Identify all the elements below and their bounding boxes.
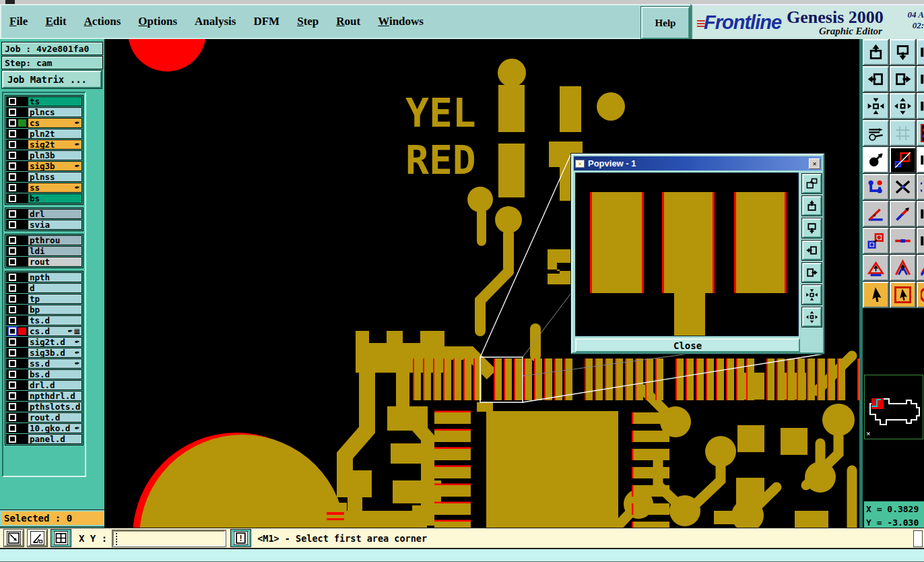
layer-row-ts.d[interactable]: ts.d bbox=[6, 315, 82, 325]
menu-item-file[interactable]: File bbox=[9, 15, 28, 28]
layer-color-box[interactable] bbox=[18, 349, 26, 356]
layer-color-box[interactable] bbox=[18, 425, 26, 432]
layer-color-box[interactable] bbox=[18, 403, 26, 410]
layer-row-tp[interactable]: tp bbox=[6, 294, 82, 304]
angle-line-button[interactable] bbox=[863, 201, 889, 227]
layer-row-10.gko.d[interactable]: 10.gko.d✒ bbox=[6, 423, 82, 433]
fragment-tri-button[interactable] bbox=[917, 255, 924, 281]
layer-row-plnss[interactable]: plnss bbox=[6, 172, 82, 182]
layer-row-drl[interactable]: drl bbox=[6, 209, 82, 219]
xy-coordinate-input[interactable] bbox=[112, 530, 226, 547]
layer-color-box[interactable] bbox=[18, 152, 26, 159]
copy-pad-button[interactable] bbox=[863, 228, 889, 254]
layer-row-drl.d[interactable]: drl.d bbox=[6, 380, 82, 390]
menu-item-actions[interactable]: Actions bbox=[84, 15, 121, 28]
menu-item-analysis[interactable]: Analysis bbox=[195, 15, 236, 28]
popview-close-icon[interactable]: ✕ bbox=[809, 158, 820, 169]
layer-visibility-checkbox[interactable] bbox=[9, 392, 16, 400]
menu-help[interactable]: Help bbox=[641, 7, 690, 39]
popview-pan-center-button[interactable] bbox=[802, 307, 822, 327]
layer-color-box[interactable] bbox=[18, 237, 26, 244]
layer-color-box[interactable] bbox=[18, 119, 26, 127]
fragment-red-button[interactable] bbox=[917, 120, 924, 146]
layer-visibility-checkbox[interactable] bbox=[9, 162, 16, 170]
layer-color-box[interactable] bbox=[18, 317, 26, 324]
popview-close-button[interactable]: Close bbox=[575, 338, 800, 352]
layer-row-sig3b.d[interactable]: sig3b.d✒ bbox=[6, 348, 82, 358]
pan-left-button[interactable] bbox=[863, 66, 889, 92]
layer-visibility-checkbox[interactable] bbox=[9, 258, 16, 266]
layer-row-rout[interactable]: rout bbox=[6, 257, 82, 267]
grid-button[interactable] bbox=[890, 120, 916, 146]
layer-visibility-checkbox[interactable] bbox=[9, 360, 16, 367]
layer-color-box[interactable] bbox=[18, 130, 26, 137]
layer-visibility-checkbox[interactable] bbox=[9, 119, 16, 127]
layer-row-sig2t.d[interactable]: sig2t.d✒ bbox=[6, 337, 82, 347]
layer-color-box[interactable] bbox=[18, 210, 26, 218]
layer-row-rout.d[interactable]: rout.d bbox=[6, 412, 82, 423]
layer-row-bs.d[interactable]: bs.d bbox=[6, 369, 82, 379]
layer-row-sig3b[interactable]: sig3b✒ bbox=[6, 161, 82, 171]
layer-color-box[interactable] bbox=[18, 173, 26, 181]
fragment-button[interactable] bbox=[917, 147, 924, 173]
layer-visibility-checkbox[interactable] bbox=[9, 338, 16, 346]
layer-row-pthrou[interactable]: pthrou bbox=[6, 235, 82, 245]
layer-visibility-checkbox[interactable] bbox=[9, 403, 16, 410]
popview-zoom-fit-button[interactable] bbox=[802, 285, 822, 305]
layer-row-pln2t[interactable]: pln2t bbox=[6, 129, 82, 139]
popview-pan-right-button[interactable] bbox=[802, 263, 822, 282]
fragment-button[interactable] bbox=[917, 39, 924, 65]
grid-toggle-button[interactable] bbox=[51, 530, 71, 547]
layer-color-box[interactable] bbox=[18, 141, 26, 148]
layer-visibility-checkbox[interactable] bbox=[9, 317, 16, 324]
popview-window-restore-button[interactable] bbox=[802, 174, 822, 193]
popview-pan-left-button[interactable] bbox=[802, 241, 822, 260]
layer-row-panel.d[interactable]: panel.d bbox=[6, 434, 82, 444]
layer-row-sig2t[interactable]: sig2t✒ bbox=[6, 139, 82, 150]
layer-visibility-checkbox[interactable] bbox=[9, 327, 16, 335]
layer-visibility-checkbox[interactable] bbox=[9, 284, 16, 292]
fragment-button[interactable] bbox=[917, 201, 924, 227]
fragment-button[interactable] bbox=[917, 228, 924, 254]
menu-item-edit[interactable]: Edit bbox=[45, 15, 66, 28]
layer-color-box[interactable] bbox=[18, 306, 26, 313]
overview-minimap[interactable]: × bbox=[864, 375, 923, 439]
menu-item-step[interactable]: Step bbox=[297, 15, 319, 28]
popview-pan-down-button[interactable] bbox=[802, 218, 822, 238]
layer-row-ss.d[interactable]: ss.d✒ bbox=[6, 358, 82, 369]
layer-color-box[interactable] bbox=[18, 221, 26, 228]
menu-item-options[interactable]: Options bbox=[138, 15, 177, 28]
menu-item-windows[interactable]: Windows bbox=[378, 15, 424, 28]
chevron-button[interactable] bbox=[890, 255, 916, 281]
pan-right-button[interactable] bbox=[890, 66, 916, 92]
layer-color-box[interactable] bbox=[18, 414, 26, 421]
layer-color-box[interactable] bbox=[18, 184, 26, 191]
layer-visibility-checkbox[interactable] bbox=[9, 237, 16, 244]
layer-color-box[interactable] bbox=[18, 258, 26, 266]
net-button[interactable] bbox=[863, 174, 889, 200]
layer-visibility-checkbox[interactable] bbox=[9, 108, 16, 116]
layer-color-box[interactable] bbox=[18, 108, 26, 116]
popview-canvas[interactable] bbox=[575, 173, 799, 336]
layer-color-box[interactable] bbox=[18, 435, 26, 443]
layer-visibility-checkbox[interactable] bbox=[9, 425, 16, 432]
zoom-area-button[interactable] bbox=[4, 530, 24, 547]
line-move-button[interactable] bbox=[890, 201, 916, 227]
layer-visibility-checkbox[interactable] bbox=[9, 349, 16, 356]
clipped-corner-button[interactable] bbox=[913, 530, 923, 547]
layer-row-npth[interactable]: npth bbox=[6, 272, 82, 282]
layer-visibility-checkbox[interactable] bbox=[9, 274, 16, 281]
layer-row-pthslots.d[interactable]: pthslots.d bbox=[6, 402, 82, 412]
layer-color-box[interactable] bbox=[18, 360, 26, 367]
layer-visibility-checkbox[interactable] bbox=[9, 221, 16, 228]
layer-color-box[interactable] bbox=[18, 247, 26, 255]
layer-color-box[interactable] bbox=[18, 338, 26, 346]
alert-button[interactable]: ! bbox=[231, 530, 251, 547]
layer-color-box[interactable] bbox=[18, 295, 26, 303]
layer-color-box[interactable] bbox=[18, 327, 26, 335]
layer-row-cs.d[interactable]: cs.d✒▦ bbox=[6, 326, 82, 336]
menu-item-rout[interactable]: Rout bbox=[336, 15, 360, 28]
popview-titlebar[interactable]: ✕ Popview - 1 ✕ bbox=[574, 156, 822, 170]
job-matrix-button[interactable]: Job Matrix ... bbox=[2, 71, 102, 88]
layer-visibility-checkbox[interactable] bbox=[9, 371, 16, 378]
